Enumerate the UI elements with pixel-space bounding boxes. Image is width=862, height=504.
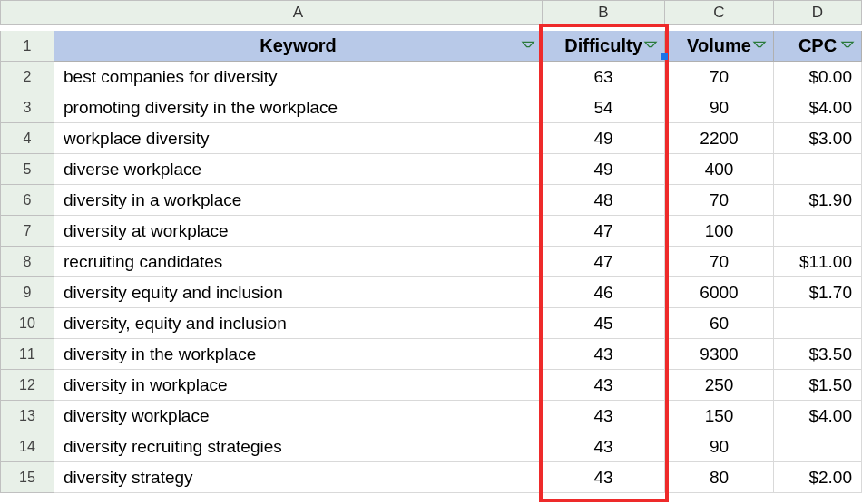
row-header[interactable]: 13 <box>0 401 54 431</box>
cell-cpc[interactable]: $4.00 <box>774 92 862 123</box>
filter-icon[interactable] <box>520 38 536 54</box>
cell-cpc[interactable]: $3.50 <box>774 339 862 370</box>
header-difficulty-label: Difficulty <box>564 35 642 56</box>
cell-cpc[interactable] <box>774 154 862 185</box>
row-header[interactable]: 8 <box>0 247 54 277</box>
cell-difficulty[interactable]: 43 <box>543 462 665 493</box>
cell-volume[interactable]: 6000 <box>665 277 774 308</box>
cell-difficulty[interactable]: 43 <box>543 431 665 462</box>
column-header-b[interactable]: B <box>543 0 665 25</box>
header-volume[interactable]: Volume <box>665 31 774 62</box>
header-volume-label: Volume <box>687 35 751 56</box>
row-header[interactable]: 4 <box>0 123 54 154</box>
cell-difficulty[interactable]: 49 <box>543 123 665 154</box>
cell-volume[interactable]: 9300 <box>665 339 774 370</box>
row-header-1[interactable]: 1 <box>0 31 54 62</box>
cell-difficulty[interactable]: 63 <box>543 62 665 92</box>
header-keyword[interactable]: Keyword <box>54 31 543 62</box>
cell-cpc[interactable]: $3.00 <box>774 123 862 154</box>
cell-keyword[interactable]: diverse workplace <box>54 154 543 185</box>
row-header[interactable]: 14 <box>0 431 54 462</box>
cell-difficulty[interactable]: 43 <box>543 339 665 370</box>
column-header-d[interactable]: D <box>774 0 862 25</box>
cell-difficulty[interactable]: 46 <box>543 277 665 308</box>
row-header[interactable]: 3 <box>0 92 54 123</box>
cell-volume[interactable]: 100 <box>665 216 774 247</box>
cell-cpc[interactable]: $2.00 <box>774 462 862 493</box>
cell-volume[interactable]: 60 <box>665 308 774 339</box>
cell-difficulty[interactable]: 43 <box>543 401 665 431</box>
column-header-c[interactable]: C <box>665 0 774 25</box>
cell-cpc[interactable]: $4.00 <box>774 401 862 431</box>
cell-cpc[interactable]: $0.00 <box>774 62 862 92</box>
header-cpc[interactable]: CPC <box>774 31 862 62</box>
filter-icon[interactable] <box>642 38 659 54</box>
cell-keyword[interactable]: diversity at workplace <box>54 216 543 247</box>
cell-cpc[interactable] <box>774 308 862 339</box>
cell-keyword[interactable]: recruiting candidates <box>54 247 543 277</box>
header-keyword-label: Keyword <box>260 35 336 56</box>
cell-volume[interactable]: 90 <box>665 431 774 462</box>
cell-volume[interactable]: 2200 <box>665 123 774 154</box>
cell-keyword[interactable]: workplace diversity <box>54 123 543 154</box>
cell-difficulty[interactable]: 45 <box>543 308 665 339</box>
cell-volume[interactable]: 70 <box>665 185 774 216</box>
row-header[interactable]: 9 <box>0 277 54 308</box>
cell-volume[interactable]: 90 <box>665 92 774 123</box>
cell-volume[interactable]: 150 <box>665 401 774 431</box>
corner-cell[interactable] <box>0 0 54 25</box>
cell-volume[interactable]: 70 <box>665 247 774 277</box>
cell-keyword[interactable]: best companies for diversity <box>54 62 543 92</box>
cell-keyword[interactable]: promoting diversity in the workplace <box>54 92 543 123</box>
cell-keyword[interactable]: diversity equity and inclusion <box>54 277 543 308</box>
cell-cpc[interactable]: $1.70 <box>774 277 862 308</box>
row-header[interactable]: 12 <box>0 370 54 401</box>
cell-cpc[interactable]: $11.00 <box>774 247 862 277</box>
column-header-a[interactable]: A <box>54 0 543 25</box>
selection-handle[interactable] <box>661 53 668 60</box>
header-cpc-label: CPC <box>798 35 837 56</box>
cell-difficulty[interactable]: 43 <box>543 370 665 401</box>
cell-keyword[interactable]: diversity workplace <box>54 401 543 431</box>
cell-keyword[interactable]: diversity recruiting strategies <box>54 431 543 462</box>
cell-keyword[interactable]: diversity in workplace <box>54 370 543 401</box>
row-header[interactable]: 11 <box>0 339 54 370</box>
cell-difficulty[interactable]: 54 <box>543 92 665 123</box>
cell-cpc[interactable] <box>774 431 862 462</box>
header-difficulty[interactable]: Difficulty <box>543 31 665 62</box>
cell-volume[interactable]: 400 <box>665 154 774 185</box>
cell-keyword[interactable]: diversity in a workplace <box>54 185 543 216</box>
cell-volume[interactable]: 250 <box>665 370 774 401</box>
cell-volume[interactable]: 70 <box>665 62 774 92</box>
cell-cpc[interactable]: $1.50 <box>774 370 862 401</box>
cell-keyword[interactable]: diversity, equity and inclusion <box>54 308 543 339</box>
row-header[interactable]: 10 <box>0 308 54 339</box>
cell-difficulty[interactable]: 49 <box>543 154 665 185</box>
cell-cpc[interactable] <box>774 216 862 247</box>
cell-difficulty[interactable]: 47 <box>543 216 665 247</box>
cell-cpc[interactable]: $1.90 <box>774 185 862 216</box>
cell-keyword[interactable]: diversity in the workplace <box>54 339 543 370</box>
cell-keyword[interactable]: diversity strategy <box>54 462 543 493</box>
cell-difficulty[interactable]: 48 <box>543 185 665 216</box>
row-header[interactable]: 6 <box>0 185 54 216</box>
filter-icon[interactable] <box>839 38 856 54</box>
row-header[interactable]: 5 <box>0 154 54 185</box>
cell-difficulty[interactable]: 47 <box>543 247 665 277</box>
row-header[interactable]: 2 <box>0 62 54 92</box>
cell-volume[interactable]: 80 <box>665 462 774 493</box>
filter-icon[interactable] <box>751 38 768 54</box>
row-header[interactable]: 15 <box>0 462 54 493</box>
row-header[interactable]: 7 <box>0 216 54 247</box>
